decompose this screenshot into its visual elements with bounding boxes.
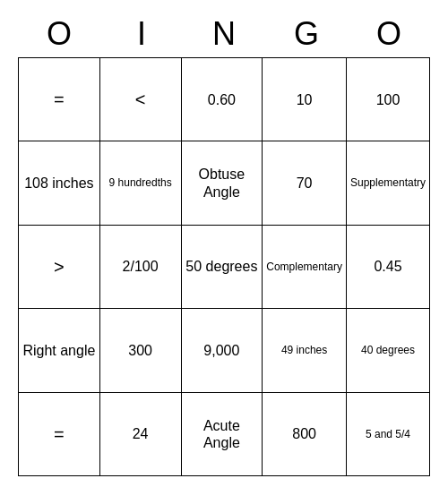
bingo-cell-1-1: 9 hundredths — [100, 141, 182, 225]
bingo-cell-4-4: 5 and 5/4 — [347, 393, 430, 476]
bingo-cell-4-3: 800 — [263, 393, 347, 476]
bingo-cell-1-2: Obtuse Angle — [182, 141, 263, 225]
header-letter-I-1: I — [100, 11, 183, 57]
bingo-cell-3-2: 9,000 — [182, 309, 263, 392]
header-letter-O-0: O — [18, 11, 100, 57]
bingo-cell-3-4: 40 degrees — [347, 309, 430, 392]
bingo-cell-1-3: 70 — [263, 141, 347, 225]
bingo-cell-2-4: 0.45 — [347, 226, 430, 309]
bingo-cell-2-2: 50 degrees — [182, 226, 263, 309]
bingo-cell-3-0: Right angle — [19, 309, 100, 392]
bingo-cell-3-1: 300 — [100, 309, 182, 392]
bingo-cell-1-4: Supplementatry — [347, 141, 430, 225]
bingo-card: OINGO =<0.6010100108 inches9 hundredthsO… — [18, 11, 430, 476]
bingo-cell-0-1: < — [100, 58, 182, 141]
bingo-cell-4-2: Acute Angle — [182, 393, 263, 476]
bingo-cell-0-2: 0.60 — [182, 58, 263, 141]
bingo-grid: =<0.6010100108 inches9 hundredthsObtuse … — [18, 57, 430, 476]
bingo-cell-4-0: = — [19, 393, 100, 476]
bingo-cell-1-0: 108 inches — [19, 141, 100, 225]
bingo-cell-2-3: Complementary — [263, 226, 347, 309]
bingo-cell-3-3: 49 inches — [263, 309, 347, 392]
header-letter-N-2: N — [183, 11, 265, 57]
header-letter-G-3: G — [265, 11, 348, 57]
bingo-header: OINGO — [18, 11, 430, 57]
header-letter-O-4: O — [348, 11, 430, 57]
bingo-cell-2-1: 2/100 — [100, 226, 182, 309]
bingo-cell-2-0: > — [19, 226, 100, 309]
bingo-cell-0-4: 100 — [347, 58, 430, 141]
bingo-cell-4-1: 24 — [100, 393, 182, 476]
bingo-cell-0-3: 10 — [263, 58, 347, 141]
bingo-cell-0-0: = — [19, 58, 100, 141]
